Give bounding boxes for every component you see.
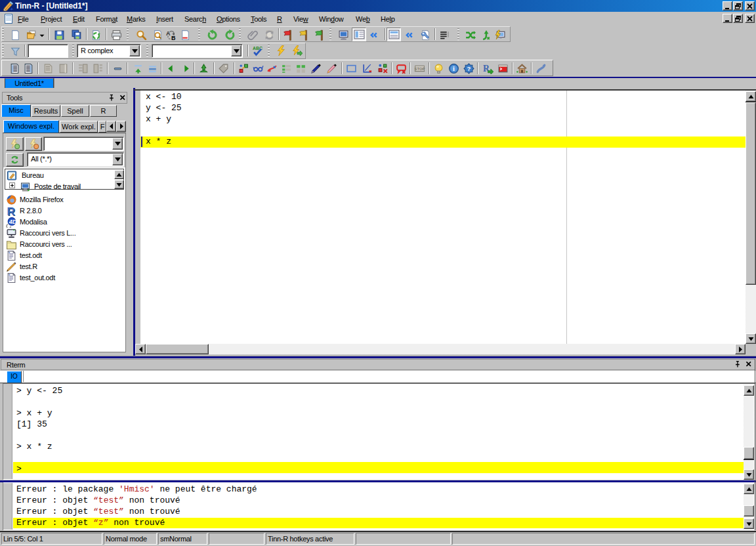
- svg-text:STOP: STOP: [414, 67, 425, 71]
- svg-text:?: ?: [467, 65, 471, 72]
- svg-text:A: A: [166, 30, 171, 36]
- svg-text:B: B: [171, 34, 176, 40]
- svg-text:i: i: [453, 65, 455, 72]
- svg-text:R: R: [7, 205, 15, 217]
- svg-text:4D: 4D: [9, 219, 17, 225]
